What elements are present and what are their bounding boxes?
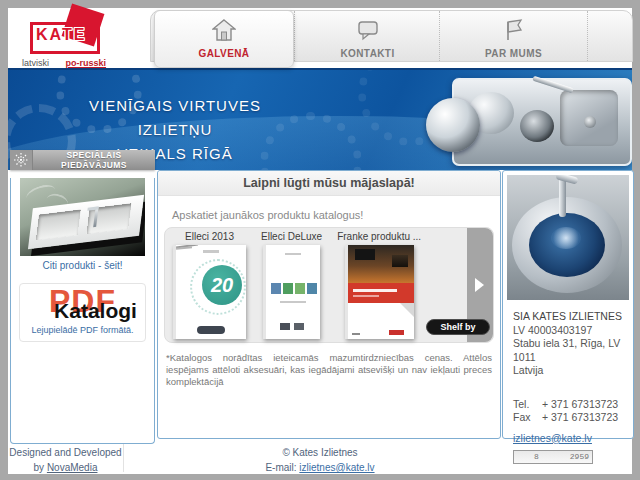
spacer [513, 425, 623, 432]
logo-text: KATE [36, 26, 86, 44]
catalog-cover: 20 [173, 245, 246, 339]
tab-par-mums[interactable]: PAR MUMS [439, 11, 588, 61]
special-offer-product-image[interactable] [20, 178, 145, 256]
tel-value: + 371 67313723 [542, 398, 618, 410]
next-arrow-icon [475, 278, 484, 292]
cover-decoration [280, 301, 306, 303]
home-icon [212, 19, 236, 41]
cover-decoration [294, 323, 304, 330]
cover-decoration [392, 255, 408, 267]
browser-viewport: KATE latviski po-russki GALVENĀ KON [0, 0, 640, 480]
fax-value: + 371 67313723 [542, 411, 618, 423]
anniversary-badge: 20 [202, 265, 242, 305]
cover-decoration [203, 250, 219, 253]
contact-info: SIA KATES IZLIETNES LV 40003403197 Stabu… [503, 304, 633, 464]
other-products-link[interactable]: Citi produkti - šeit! [11, 260, 154, 271]
sink-drain [520, 110, 554, 142]
water-splash [551, 227, 581, 249]
tab-par-mums-label: PAR MUMS [485, 48, 542, 59]
catalog-title: Elleci DeLuxe [261, 231, 322, 242]
kitchen-photo [348, 245, 414, 283]
cover-decoration [285, 253, 301, 255]
tab-galvena-label: GALVENĀ [199, 48, 250, 59]
brand-logo [389, 330, 404, 335]
visitor-counter: 8 2959 [513, 450, 593, 464]
welcome-title: Laipni lūgti mūsu mājaslapā! [158, 171, 500, 196]
speech-bubble-icon [356, 19, 380, 41]
cover-decoration [280, 323, 290, 330]
tel-label: Tel. [513, 398, 539, 412]
company-name: SIA KATES IZLIETNES [513, 310, 623, 324]
main-navigation: GALVENĀ KONTAKTI PAR MUMS [150, 10, 633, 62]
cover-decoration [176, 246, 192, 250]
lang-latviski-link[interactable]: latviski [22, 58, 49, 68]
cover-decoration [352, 333, 360, 335]
footer-email-link[interactable]: izlietnes@kate.lv [299, 462, 374, 473]
brand-logo [197, 326, 225, 334]
catalog-prompt: Apskatiet jaunākos produktu katalogus! [172, 209, 490, 221]
tab-galvena[interactable]: GALVENĀ [154, 10, 294, 68]
phone-row: Tel. + 371 67313723 [513, 398, 623, 412]
round-sink-photo [507, 175, 629, 300]
cover-decoration [355, 249, 375, 260]
flag-icon [502, 19, 526, 41]
cover-decoration [353, 295, 379, 297]
counter-left-value: 8 [514, 450, 559, 464]
sidebar-email-link[interactable]: izlietnes@kate.lv [513, 432, 592, 444]
page: KATE latviski po-russki GALVENĀ KON [8, 8, 632, 474]
counter-right-value: 2959 [559, 450, 592, 464]
strainer-photo [426, 98, 480, 152]
red-title-band [348, 283, 414, 303]
contact-sidebar: SIA KATES IZLIETNES LV 40003403197 Stabu… [502, 170, 634, 439]
catalog-title: Franke produktu ... [337, 231, 421, 242]
faucet [532, 76, 573, 94]
special-offer-header[interactable]: SPECIĀLAIS PIEDĀVĀJUMS [10, 150, 155, 170]
pdf-catalogs-link[interactable]: PDF Katalogi Lejupielādē PDF formātā. [19, 283, 146, 342]
main-content: Laipni lūgti mūsu mājaslapā! Apskatiet j… [157, 170, 501, 439]
spacer [513, 378, 623, 398]
tab-kontakti-label: KONTAKTI [340, 48, 394, 59]
sink-basin [560, 90, 618, 146]
logo-panel: KATE latviski po-russki [8, 8, 150, 66]
shelf-by-badge[interactable]: Shelf by [426, 319, 490, 335]
language-switcher: latviski po-russki [22, 58, 106, 68]
sink-drain [584, 116, 596, 128]
special-offer-title: SPECIĀLAIS PIEDĀVĀJUMS [33, 150, 155, 170]
company-vat: LV 40003403197 [513, 324, 623, 338]
sink-basin [36, 210, 81, 241]
address-line1: Stabu iela 31, Rīga, LV 1011 [513, 337, 623, 364]
starburst-icon [10, 150, 33, 170]
product-thumbnails [271, 283, 317, 294]
cover-decoration [400, 303, 414, 317]
catalog-franke[interactable]: Franke produktu ... [337, 231, 421, 339]
catalog-cover [345, 245, 414, 339]
special-offer-box: Citi produkti - šeit! PDF Katalogi Lejup… [10, 178, 155, 444]
left-sidebar: SPECIĀLAIS PIEDĀVĀJUMS Citi produkti - š… [10, 150, 155, 437]
cover-decoration [353, 289, 397, 292]
catalog-title: Elleci 2013 [173, 231, 246, 242]
kate-logo[interactable]: KATE [28, 10, 120, 56]
address-line2: Latvija [513, 364, 623, 378]
catalog-carousel: Elleci 2013 20 Elleci DeLuxe [164, 227, 494, 343]
email-label: E-mail: [265, 462, 296, 473]
faucet [559, 177, 566, 217]
fax-row: Fax + 371 67313723 [513, 411, 623, 425]
pdf-caption: Lejupielādē PDF formātā. [22, 325, 143, 335]
catalog-cover [263, 245, 320, 339]
catalog-elleci-2013[interactable]: Elleci 2013 20 [173, 231, 246, 339]
catalog-covers: Elleci 2013 20 Elleci DeLuxe [173, 231, 421, 339]
catalog-elleci-deluxe[interactable]: Elleci DeLuxe [261, 231, 322, 339]
banner-headline-line1: VIENĪGAIS VIRTUVES IZLIETŅU [50, 94, 300, 142]
fax-label: Fax [513, 411, 539, 425]
katalogi-label: Katalogi [48, 300, 143, 322]
price-disclaimer: *Katalogos norādītas ieteicamās mazumtir… [166, 352, 492, 388]
tab-kontakti[interactable]: KONTAKTI [294, 11, 440, 61]
lang-po-russki-link[interactable]: po-russki [66, 58, 107, 68]
